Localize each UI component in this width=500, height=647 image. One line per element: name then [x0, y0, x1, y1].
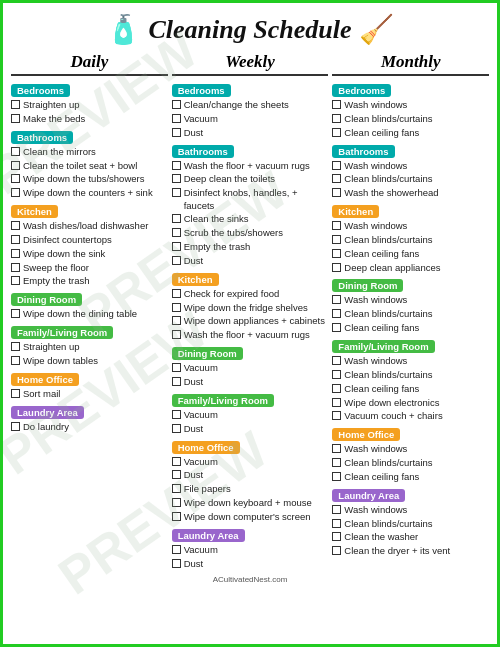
item-text: Wash the showerhead — [344, 187, 438, 199]
checkbox[interactable] — [332, 519, 341, 528]
checkbox[interactable] — [172, 188, 181, 197]
item-text: Wipe down computer's screen — [184, 511, 311, 523]
checkbox[interactable] — [172, 174, 181, 183]
checkbox[interactable] — [11, 100, 20, 109]
list-item: Vacuum — [172, 544, 329, 556]
item-text: Sort mail — [23, 388, 60, 400]
checkbox[interactable] — [11, 389, 20, 398]
item-text: Straighten up — [23, 99, 80, 111]
checkbox[interactable] — [11, 174, 20, 183]
checkbox[interactable] — [332, 398, 341, 407]
list-item: Clean the toilet seat + bowl — [11, 160, 168, 172]
section-header-laundry-area: Laundry Area — [11, 406, 84, 419]
checkbox[interactable] — [172, 457, 181, 466]
list-item: Wash windows — [332, 99, 489, 111]
checkbox[interactable] — [11, 309, 20, 318]
item-text: Wash windows — [344, 220, 407, 232]
checkbox[interactable] — [332, 309, 341, 318]
checkbox[interactable] — [332, 114, 341, 123]
checkbox[interactable] — [172, 484, 181, 493]
checkbox[interactable] — [11, 356, 20, 365]
list-item: Clean the mirrors — [11, 146, 168, 158]
checkbox[interactable] — [172, 214, 181, 223]
checkbox[interactable] — [172, 512, 181, 521]
list-item: Do laundry — [11, 421, 168, 433]
checkbox[interactable] — [332, 128, 341, 137]
checkbox[interactable] — [172, 410, 181, 419]
checkbox[interactable] — [332, 505, 341, 514]
list-item: File papers — [172, 483, 329, 495]
checkbox[interactable] — [332, 546, 341, 555]
list-item: Wash the floor + vacuum rugs — [172, 329, 329, 341]
checkbox[interactable] — [11, 263, 20, 272]
checkbox[interactable] — [332, 188, 341, 197]
checkbox[interactable] — [172, 242, 181, 251]
checkbox[interactable] — [332, 263, 341, 272]
section-header-dining-room: Dining Room — [172, 347, 243, 360]
section-header-home-office: Home Office — [332, 428, 400, 441]
checkbox[interactable] — [11, 422, 20, 431]
checkbox[interactable] — [332, 295, 341, 304]
checkbox[interactable] — [11, 188, 20, 197]
column-weekly: WeeklyBedroomsClean/change the sheetsVac… — [172, 52, 329, 571]
checkbox[interactable] — [172, 128, 181, 137]
section-header-home-office: Home Office — [11, 373, 79, 386]
checkbox[interactable] — [172, 228, 181, 237]
section-header-laundry-area: Laundry Area — [172, 529, 245, 542]
checkbox[interactable] — [332, 458, 341, 467]
section-header-family-living-room: Family/Living Room — [332, 340, 434, 353]
item-text: Clean blinds/curtains — [344, 113, 432, 125]
checkbox[interactable] — [172, 114, 181, 123]
checkbox[interactable] — [332, 532, 341, 541]
checkbox[interactable] — [172, 316, 181, 325]
checkbox[interactable] — [172, 377, 181, 386]
checkbox[interactable] — [332, 444, 341, 453]
checkbox[interactable] — [172, 303, 181, 312]
item-text: Wash windows — [344, 504, 407, 516]
list-item: Clean ceiling fans — [332, 248, 489, 260]
list-item: Clean blinds/curtains — [332, 457, 489, 469]
list-item: Vacuum — [172, 409, 329, 421]
checkbox[interactable] — [332, 323, 341, 332]
list-item: Vacuum couch + chairs — [332, 410, 489, 422]
checkbox[interactable] — [172, 559, 181, 568]
checkbox[interactable] — [332, 161, 341, 170]
list-item: Make the beds — [11, 113, 168, 125]
checkbox[interactable] — [172, 424, 181, 433]
checkbox[interactable] — [332, 411, 341, 420]
checkbox[interactable] — [332, 370, 341, 379]
checkbox[interactable] — [172, 289, 181, 298]
checkbox[interactable] — [172, 330, 181, 339]
checkbox[interactable] — [332, 235, 341, 244]
checkbox[interactable] — [332, 174, 341, 183]
checkbox[interactable] — [332, 384, 341, 393]
checkbox[interactable] — [172, 470, 181, 479]
checkbox[interactable] — [332, 472, 341, 481]
checkbox[interactable] — [332, 100, 341, 109]
checkbox[interactable] — [172, 161, 181, 170]
item-text: Dust — [184, 423, 204, 435]
checkbox[interactable] — [11, 114, 20, 123]
item-text: Wash windows — [344, 99, 407, 111]
checkbox[interactable] — [332, 249, 341, 258]
checkbox[interactable] — [11, 235, 20, 244]
item-text: Clean ceiling fans — [344, 322, 419, 334]
checkbox[interactable] — [11, 221, 20, 230]
checkbox[interactable] — [172, 498, 181, 507]
checkbox[interactable] — [11, 342, 20, 351]
checkbox[interactable] — [11, 161, 20, 170]
item-text: Vacuum couch + chairs — [344, 410, 442, 422]
checkbox[interactable] — [332, 356, 341, 365]
item-text: Clean blinds/curtains — [344, 369, 432, 381]
checkbox[interactable] — [11, 147, 20, 156]
section-header-home-office: Home Office — [172, 441, 240, 454]
checkbox[interactable] — [172, 545, 181, 554]
checkbox[interactable] — [172, 256, 181, 265]
checkbox[interactable] — [11, 249, 20, 258]
checkbox[interactable] — [172, 100, 181, 109]
checkbox[interactable] — [11, 276, 20, 285]
checkbox[interactable] — [332, 221, 341, 230]
list-item: Disinfect knobs, handles, + faucets — [172, 187, 329, 212]
list-item: Wipe down keyboard + mouse — [172, 497, 329, 509]
checkbox[interactable] — [172, 363, 181, 372]
